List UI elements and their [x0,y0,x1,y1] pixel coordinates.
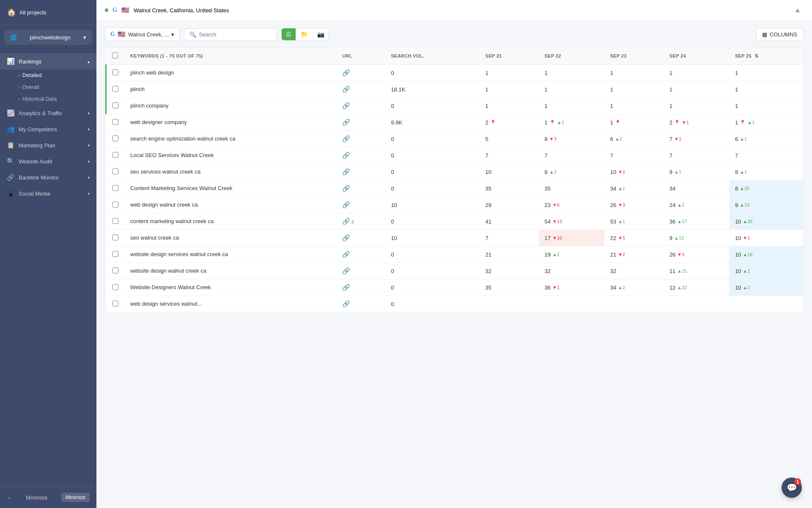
search-box[interactable]: 🔍 [184,28,277,41]
rank-change-up: ▲1 [740,169,747,174]
sidebar-item-detailed[interactable]: Detailed [19,69,96,81]
url-link[interactable]: 🔗 [342,267,350,274]
rank-value: 36 [669,218,675,225]
url-link[interactable]: 🔗 [342,300,350,307]
row-checkbox[interactable] [112,168,118,174]
keyword-cell: website design walnut creek ca [130,268,206,274]
url-link[interactable]: 🔗 [342,201,350,208]
project-selector[interactable]: 🌐 piinchwebdesign ▾ [4,30,92,45]
row-checkbox[interactable] [112,284,118,290]
rank-cell-sep22: 32 [539,263,604,279]
row-checkbox[interactable] [112,218,118,224]
url-link[interactable]: 🔗 [342,135,350,142]
row-checkbox[interactable] [112,152,118,158]
rank-value: 35 [485,185,491,192]
rank-change-up: ▲1 [618,219,625,224]
rank-cell-sep22: 8▲2 [539,164,604,180]
url-link[interactable]: 🔗 [342,234,350,241]
list-view-button[interactable]: ☰ [282,28,296,40]
search-vol-cell: 0 [385,164,479,180]
sidebar-item-rankings[interactable]: 📊 Rankings ▴ [0,53,96,69]
folder-view-button[interactable]: 📁 [296,28,312,40]
row-checkbox[interactable] [112,119,118,125]
sidebar-item-audit[interactable]: 🔍 Website Audit ▾ [0,153,96,169]
row-checkbox[interactable] [112,235,118,240]
row-checkbox[interactable] [112,202,118,207]
select-all-checkbox[interactable] [112,52,118,58]
search-input[interactable] [199,31,272,38]
topbar: G 🇺🇸 Walnut Creek, California, United St… [96,0,812,21]
rank-cell-sep25: 10▲1 [729,263,803,279]
rank-value: 8 [545,169,548,175]
sidebar-item-social[interactable]: 📱 Social Media ▾ [0,185,96,202]
collapse-button[interactable]: ▲ [792,4,804,16]
rank-cell-sep21: 41 [479,213,538,230]
rank-cell-sep21: 1 [479,65,538,81]
row-checkbox[interactable] [112,251,118,257]
columns-button[interactable]: ▦ COLUMNS [756,28,804,41]
chat-bubble[interactable]: 💬 1 [782,478,802,498]
rank-value: 26 [669,251,675,258]
keyword-cell: piinch web design [130,69,174,76]
rank-value: 1 [485,103,488,109]
url-link[interactable]: 🔗 [342,152,350,159]
rank-cell-sep22: 23▼6 [539,197,604,213]
search-vol-cell: 0 [385,279,479,296]
row-checkbox[interactable] [112,102,118,108]
th-sep25[interactable]: SEP 25 ⇅ [729,47,803,65]
url-link[interactable]: 🔗 [342,119,350,126]
table-row: web design walnut creek ca🔗102923▼626▼32… [106,197,804,213]
search-vol-cell: 18.1K [385,81,479,98]
url-link[interactable]: 🔗 [342,86,350,93]
sidebar-item-historical[interactable]: Historical Data [19,93,96,105]
location-selector[interactable]: G 🇺🇸 Walnut Creek, ... ▾ [105,28,180,41]
rank-change-up: ▲2 [743,285,750,290]
rank-value: 19 [545,251,551,258]
sidebar-item-marketing[interactable]: 📋 Marketing Plan ▾ [0,137,96,153]
rank-cell-sep24: 9▲13 [664,230,729,246]
rank-value: 7 [485,152,488,159]
row-checkbox[interactable] [112,185,118,191]
rank-cell-sep22: 54▼13 [539,213,604,230]
rank-value: 9 [669,235,672,241]
rank-cell-sep23 [604,296,664,312]
url-link[interactable]: 🔗 [342,218,350,225]
url-link[interactable]: 🔗 [342,185,350,192]
sidebar-item-competitors[interactable]: 👥 My Competitors ▾ [0,121,96,137]
minimize-section[interactable]: ← Minimize Minimize [0,486,96,508]
sidebar-item-analytics[interactable]: 📈 Analytics & Traffic ▾ [0,105,96,121]
table-row: search engine optimization walnut creek … [106,131,804,147]
sidebar-nav: 📊 Rankings ▴ Detailed Overall Historical… [0,50,96,486]
sidebar-item-overall[interactable]: Overall [19,81,96,93]
row-checkbox[interactable] [112,86,118,92]
row-checkbox[interactable] [112,301,118,306]
camera-view-button[interactable]: 📷 [313,28,329,40]
rank-value: 1 [735,119,738,126]
sidebar-item-analytics-label: Analytics & Traffic [19,110,62,116]
url-link[interactable]: 🔗 [342,168,350,175]
th-checkbox [106,47,125,65]
th-sep21: SEP 21 [479,47,538,65]
row-checkbox[interactable] [112,135,118,141]
url-link[interactable]: 🔗 [342,251,350,258]
rank-value: 1 [610,103,613,109]
keyword-cell: content marketing walnut creek ca [130,218,214,224]
all-projects-label: All projects [19,9,47,16]
url-cell: 🔗 [336,81,385,98]
minimize-button[interactable]: Minimize [61,493,90,502]
url-link[interactable]: 🔗 [342,284,350,291]
url-link[interactable]: 🔗 [342,102,350,109]
row-checkbox[interactable] [112,268,118,273]
sidebar-logo[interactable]: 🏠 All projects [0,0,96,25]
rank-change-down: ▼3 [549,136,557,141]
minimize-label: Minimize [26,494,47,501]
rank-cell-sep22: 1 [539,81,604,98]
url-link[interactable]: 🔗 [342,69,350,76]
rank-cell-sep23: 1 [604,65,664,81]
rank-cell-sep25: 8▲26 [729,180,803,197]
sidebar-item-backlink[interactable]: 🔗 Backlink Monitor ▾ [0,169,96,185]
row-checkbox[interactable] [112,69,118,75]
rank-cell-sep24: 36▲17 [664,213,729,230]
table-row: Website Designers Walnut Creek🔗03536▼134… [106,279,804,296]
rank-value: 9 [669,169,672,175]
